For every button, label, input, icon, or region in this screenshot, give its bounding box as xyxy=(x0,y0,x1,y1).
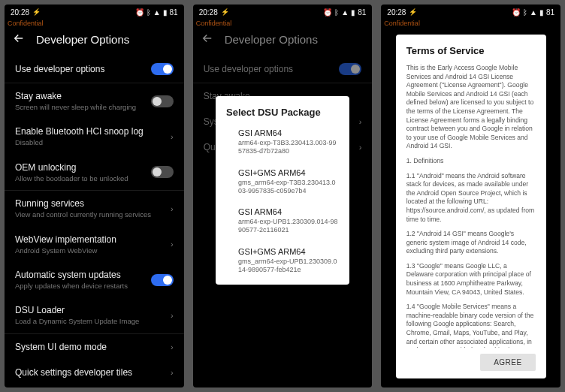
switch-stay-awake[interactable] xyxy=(151,95,174,107)
signal-icon: ▮ xyxy=(351,8,355,17)
settings-list: Use developer options Stay awake Screen … xyxy=(5,56,184,385)
row-use-developer-options: Use developer options xyxy=(193,56,373,83)
row-quick-settings-tiles[interactable]: Quick settings developer tiles › xyxy=(5,360,184,385)
row-oem-unlocking[interactable]: OEM unlocking Allow the bootloader to be… xyxy=(5,155,184,190)
charging-icon: ⚡ xyxy=(32,8,41,16)
row-use-developer-options[interactable]: Use developer options xyxy=(5,56,184,83)
status-icons: ⏰ ᛒ ▲ ▮ 81 xyxy=(323,8,366,17)
row-auto-system-updates[interactable]: Automatic system updates Apply updates w… xyxy=(5,262,184,297)
row-label: DSU Loader xyxy=(15,305,165,315)
dialog-title: Select DSU Package xyxy=(226,107,339,118)
tos-paragraph: 1.4 "Google Mobile Services" means a mac… xyxy=(406,303,536,348)
dsu-option[interactable]: GSI ARM64 arm64-exp-UPB1.230309.014-9890… xyxy=(238,207,339,235)
row-sublabel: Screen will never sleep while charging xyxy=(15,103,145,111)
signal-icon: ▮ xyxy=(163,8,168,17)
chevron-right-icon: › xyxy=(359,143,362,152)
row-dsu-loader[interactable]: DSU Loader Load a Dynamic System Update … xyxy=(5,297,184,333)
switch-use-dev[interactable] xyxy=(151,63,174,75)
row-webview-impl[interactable]: WebView implementation Android System We… xyxy=(5,227,184,262)
switch-auto-updates[interactable] xyxy=(151,274,174,286)
dsu-option[interactable]: GSI+GMS ARM64 gms_arm64-exp-T3B3.230413.… xyxy=(238,168,339,196)
dsu-option-label: GSI ARM64 xyxy=(238,207,339,216)
battery-pct: 81 xyxy=(358,8,366,17)
row-label: Automatic system updates xyxy=(15,270,145,280)
row-sublabel: Apply updates when device restarts xyxy=(15,282,145,290)
tos-paragraph: 1.2 "Android 14 GSI" means Google's gene… xyxy=(406,230,536,256)
header: Developer Options xyxy=(193,27,373,56)
row-sublabel: Disabled xyxy=(15,138,165,146)
row-label: Stay awake xyxy=(15,91,145,101)
row-sublabel: Load a Dynamic System Update Image xyxy=(15,317,165,325)
row-label: System UI demo mode xyxy=(15,342,165,352)
dsu-option-id: arm64-exp-T3B3.230413.003-9957835-d7b72a… xyxy=(238,139,339,156)
dsu-package-dialog[interactable]: Select DSU Package GSI ARM64 arm64-exp-T… xyxy=(216,96,349,285)
chevron-right-icon: › xyxy=(171,311,174,320)
row-system-ui-demo-mode[interactable]: System UI demo mode › xyxy=(5,334,184,360)
row-sublabel: Allow the bootloader to be unlocked xyxy=(15,174,145,182)
row-bt-hci-snoop[interactable]: Enable Bluetooth HCI snoop log Disabled … xyxy=(5,119,184,154)
wifi-icon: ▲ xyxy=(530,8,537,17)
battery-pct: 81 xyxy=(546,8,554,17)
charging-icon: ⚡ xyxy=(221,8,229,16)
chevron-right-icon: › xyxy=(359,117,362,126)
confidential-label: Confidential xyxy=(381,20,560,27)
row-label: WebView implementation xyxy=(15,234,165,245)
chevron-right-icon: › xyxy=(171,368,174,377)
screen-developer-options: 20:28 ⚡ ⏰ ᛒ ▲ ▮ 81 Confidential Develope… xyxy=(5,5,184,387)
dsu-option[interactable]: GSI+GMS ARM64 gms_arm64-exp-UPB1.230309.… xyxy=(238,247,339,275)
status-time: 20:28 xyxy=(387,8,406,17)
status-time: 20:28 xyxy=(11,8,29,17)
wifi-icon: ▲ xyxy=(341,8,349,17)
chevron-right-icon: › xyxy=(171,240,174,249)
status-bar: 20:28 ⚡ ⏰ ᛒ ▲ ▮ 81 xyxy=(381,5,560,20)
row-label: Use developer options xyxy=(15,64,145,74)
alarm-icon: ⏰ xyxy=(323,8,332,17)
tos-paragraph: 1. Definitions xyxy=(406,157,536,166)
row-stay-awake[interactable]: Stay awake Screen will never sleep while… xyxy=(5,83,184,119)
dsu-option-label: GSI ARM64 xyxy=(238,128,339,137)
dialog-title: Terms of Service xyxy=(406,45,536,56)
bluetooth-icon: ᛒ xyxy=(147,8,151,17)
back-icon[interactable] xyxy=(12,32,26,47)
charging-icon: ⚡ xyxy=(409,8,417,16)
switch-oem[interactable] xyxy=(151,166,174,178)
chevron-right-icon: › xyxy=(171,132,174,141)
row-running-services[interactable]: Running services View and control curren… xyxy=(5,191,184,226)
row-label: Running services xyxy=(15,198,165,209)
row-label: Enable Bluetooth HCI snoop log xyxy=(15,126,165,137)
terms-dialog: Terms of Service This is the Early Acces… xyxy=(396,35,546,378)
dsu-option-id: gms_arm64-exp-UPB1.230309.014-9890577-fe… xyxy=(238,258,339,275)
status-time: 20:28 xyxy=(199,8,218,17)
dsu-option[interactable]: GSI ARM64 arm64-exp-T3B3.230413.003-9957… xyxy=(238,128,339,156)
agree-button[interactable]: AGREE xyxy=(480,354,536,371)
signal-icon: ▮ xyxy=(539,8,544,17)
row-label: Quick settings developer tiles xyxy=(15,367,165,378)
back-icon xyxy=(201,32,214,47)
alarm-icon: ⏰ xyxy=(512,8,521,17)
tos-paragraph: 1.1 "Android" means the Android software… xyxy=(406,172,536,225)
switch-use-dev xyxy=(339,63,361,75)
status-bar: 20:28 ⚡ ⏰ ᛒ ▲ ▮ 81 xyxy=(193,5,373,20)
tos-paragraph: This is the Early Access Google Mobile S… xyxy=(406,64,536,151)
screen-terms-of-service: 20:28 ⚡ ⏰ ᛒ ▲ ▮ 81 Confidential Terms of… xyxy=(381,5,560,387)
tos-paragraph: 1.3 "Google" means Google LLC, a Delawar… xyxy=(406,262,536,297)
terms-body[interactable]: This is the Early Access Google Mobile S… xyxy=(406,64,536,348)
chevron-right-icon: › xyxy=(171,204,174,213)
bluetooth-icon: ᛒ xyxy=(523,8,527,17)
row-label: Use developer options xyxy=(204,64,334,74)
dsu-option-label: GSI+GMS ARM64 xyxy=(238,168,339,177)
dsu-option-id: arm64-exp-UPB1.230309.014-9890577-2c1160… xyxy=(238,218,339,235)
confidential-label: Confidential xyxy=(193,20,373,27)
page-title: Developer Options xyxy=(36,33,129,46)
wifi-icon: ▲ xyxy=(153,8,161,17)
dsu-option-id: gms_arm64-exp-T3B3.230413.003-9957835-c0… xyxy=(238,179,339,196)
page-title: Developer Options xyxy=(225,33,318,46)
battery-pct: 81 xyxy=(170,8,178,17)
confidential-label: Confidential xyxy=(5,20,184,27)
chevron-right-icon: › xyxy=(171,342,174,351)
header: Developer Options xyxy=(5,27,184,56)
row-label: OEM unlocking xyxy=(15,162,145,173)
row-sublabel: Android System WebView xyxy=(15,246,165,255)
screen-dsu-dialog: 20:28 ⚡ ⏰ ᛒ ▲ ▮ 81 Confidential Develope… xyxy=(193,5,373,387)
alarm-icon: ⏰ xyxy=(135,8,144,17)
